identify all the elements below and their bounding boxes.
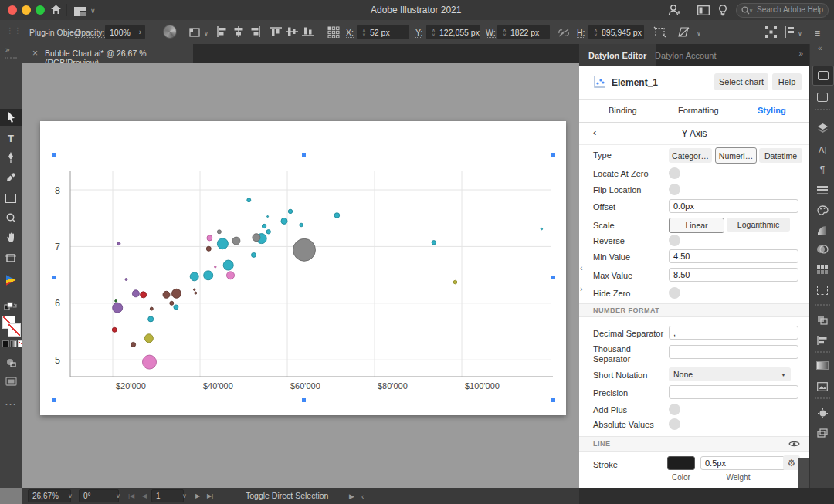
- x-field[interactable]: ∧∨ 52 px: [357, 25, 409, 39]
- tab-binding[interactable]: Binding: [609, 106, 637, 115]
- zoom-window-button[interactable]: [36, 5, 45, 15]
- type-datetime-button[interactable]: Datetime: [759, 148, 802, 163]
- character-panel-icon[interactable]: A|: [816, 144, 829, 156]
- image-panel-icon[interactable]: [816, 381, 829, 393]
- selection-handle[interactable]: [51, 275, 56, 280]
- transparency-panel-icon[interactable]: [816, 243, 829, 255]
- align-panel-icon[interactable]: [816, 334, 829, 347]
- type-categorical-button[interactable]: Categor…: [669, 148, 712, 163]
- rotation-field[interactable]: 0°: [79, 489, 119, 502]
- visibility-eye-icon[interactable]: [788, 439, 800, 450]
- selection-handle[interactable]: [51, 397, 56, 403]
- tools-grip[interactable]: [5, 57, 17, 59]
- paragraph-panel-icon[interactable]: ¶: [816, 164, 829, 176]
- flip-location-toggle[interactable]: [669, 184, 680, 195]
- last-page-icon[interactable]: ▶|: [207, 492, 213, 499]
- draw-mode-icon[interactable]: [0, 354, 22, 371]
- close-window-button[interactable]: [8, 5, 17, 15]
- reverse-toggle[interactable]: [669, 235, 680, 246]
- free-transform-icon[interactable]: [653, 26, 666, 41]
- zoom-level-field[interactable]: 26,67%: [28, 489, 71, 502]
- add-plus-toggle[interactable]: [669, 404, 680, 415]
- min-value-input[interactable]: [669, 249, 798, 263]
- arrange-documents-icon[interactable]: [697, 5, 710, 19]
- align-top-icon[interactable]: [270, 26, 282, 37]
- selection-handle[interactable]: [301, 397, 307, 403]
- menu-icon[interactable]: ≡: [815, 28, 820, 39]
- thousand-separator-input[interactable]: [669, 345, 798, 359]
- panel-resize-grip[interactable]: [798, 458, 809, 488]
- decimal-separator-input[interactable]: [669, 326, 798, 340]
- asset-export-panel-icon[interactable]: [816, 407, 829, 419]
- opacity-field[interactable]: 100% ›: [105, 25, 145, 39]
- close-tab-icon[interactable]: ×: [32, 48, 38, 59]
- prev-page-icon[interactable]: ◀: [142, 492, 147, 499]
- type-tool-icon[interactable]: T: [0, 130, 22, 147]
- gradient-tool-panel-icon[interactable]: [816, 359, 829, 371]
- library-panel-icon[interactable]: [816, 91, 829, 103]
- minimize-window-button[interactable]: [22, 5, 31, 15]
- play-icon[interactable]: ▶: [349, 492, 354, 500]
- constrain-proportions-icon[interactable]: [558, 27, 570, 41]
- panel-expand-right-icon[interactable]: ›: [580, 284, 583, 293]
- workspace-layout-icon[interactable]: [74, 5, 86, 19]
- hand-tool-icon[interactable]: [0, 228, 22, 245]
- chevron-down-icon[interactable]: ∨: [116, 492, 120, 499]
- stroke-swatch-none[interactable]: [8, 323, 19, 335]
- precision-input[interactable]: [669, 385, 798, 399]
- chevron-left-icon[interactable]: ‹: [361, 492, 364, 501]
- tab-formatting[interactable]: Formatting: [678, 106, 719, 115]
- offset-input[interactable]: [669, 199, 798, 213]
- page-number-field[interactable]: 1: [151, 489, 184, 502]
- gradient-panel-icon[interactable]: [816, 224, 829, 236]
- align-right-icon[interactable]: [249, 26, 261, 37]
- next-page-icon[interactable]: ▶: [195, 492, 200, 499]
- canvas[interactable]: 5678$20'000$40'000$60'000$80'000$100'000: [22, 63, 579, 488]
- properties-grid-icon[interactable]: [765, 26, 777, 41]
- short-notation-dropdown[interactable]: None ▼: [669, 367, 791, 381]
- pen-tool-icon[interactable]: [0, 149, 22, 166]
- discover-lightbulb-icon[interactable]: [717, 3, 729, 20]
- h-field[interactable]: ∧∨ 895,945 px: [588, 25, 644, 39]
- color-panel-icon[interactable]: [816, 204, 829, 216]
- selection-handle[interactable]: [551, 275, 556, 280]
- tab-datylon-editor[interactable]: Datylon Editor: [579, 44, 656, 66]
- stroke-weight-input[interactable]: [700, 456, 785, 470]
- paragraph-settings-icon[interactable]: [784, 26, 795, 41]
- selection-handle[interactable]: [301, 152, 307, 157]
- selection-handle[interactable]: [551, 397, 556, 403]
- stepper-icon[interactable]: ∧∨: [500, 28, 509, 37]
- h-label[interactable]: H:: [577, 28, 585, 38]
- stroke-color-swatch[interactable]: [667, 456, 695, 470]
- opacity-label[interactable]: Opacity:: [75, 28, 105, 38]
- collapse-tools-icon[interactable]: »: [5, 46, 10, 54]
- w-label[interactable]: W:: [486, 28, 496, 38]
- help-search-box[interactable]: ∨: [736, 3, 829, 18]
- scale-linear-button[interactable]: Linear: [669, 218, 724, 233]
- align-center-vertical-icon[interactable]: [286, 26, 298, 37]
- swap-fill-stroke-icon[interactable]: [0, 299, 22, 316]
- locate-at-zero-toggle[interactable]: [669, 167, 680, 179]
- selection-bounding-box[interactable]: [53, 154, 554, 401]
- tab-datylon-account[interactable]: Datylon Account: [646, 44, 726, 66]
- search-input[interactable]: [755, 5, 826, 15]
- max-value-input[interactable]: [669, 268, 798, 282]
- align-bottom-icon[interactable]: [302, 26, 314, 37]
- transform-icon[interactable]: [189, 26, 203, 41]
- pathfinder-panel-icon[interactable]: [816, 314, 829, 326]
- libraries-panel-icon[interactable]: [812, 66, 834, 86]
- expand-panels-icon[interactable]: «: [818, 44, 822, 52]
- type-numerical-button[interactable]: Numeri…: [715, 147, 757, 164]
- selection-handle[interactable]: [551, 152, 556, 157]
- stroke-panel-icon[interactable]: [816, 184, 829, 196]
- layers-panel-icon[interactable]: [816, 122, 829, 134]
- align-center-horizontal-icon[interactable]: [232, 26, 245, 37]
- zoom-tool-icon[interactable]: [0, 209, 22, 226]
- selection-handle[interactable]: [51, 152, 56, 157]
- chevron-down-icon[interactable]: ∨: [68, 492, 73, 499]
- y-label[interactable]: Y:: [415, 28, 422, 38]
- swatches-panel-icon[interactable]: [816, 263, 829, 276]
- recolor-artwork-icon[interactable]: [163, 25, 177, 39]
- first-page-icon[interactable]: |◀: [128, 492, 134, 499]
- panel-collapse-left-icon[interactable]: ‹: [580, 263, 583, 272]
